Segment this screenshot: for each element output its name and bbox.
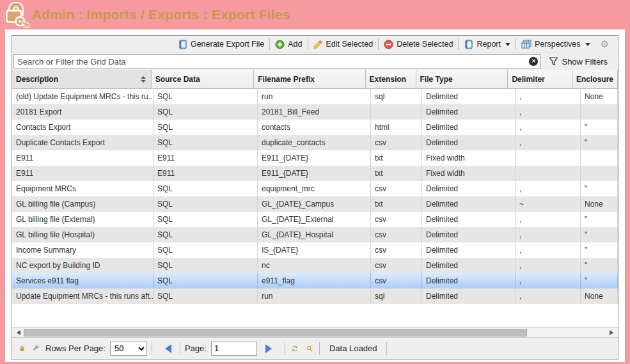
table-cell: " (581, 212, 618, 227)
page-number-input[interactable] (211, 342, 257, 356)
table-row[interactable]: GL billing file (Hospital)SQLGL_{DATE}_H… (12, 227, 618, 242)
table-cell: , (516, 135, 581, 150)
magnifier-icon[interactable] (304, 344, 315, 354)
table-cell (371, 104, 422, 120)
scroll-right-button[interactable] (608, 328, 618, 338)
table-cell: Delimited (422, 258, 516, 273)
table-cell: , (516, 120, 581, 135)
table-row[interactable]: E911E911E911_{DATE}txtFixed width (12, 150, 618, 166)
table-row[interactable]: Income SummarySQLIS_{DATE}csvDelimited," (12, 242, 618, 258)
previous-page-button[interactable] (161, 344, 171, 353)
table-cell: E911_{DATE} (258, 166, 371, 181)
refresh-icon[interactable] (290, 344, 300, 354)
scroll-left-button[interactable] (12, 328, 22, 338)
table-cell: " (581, 242, 618, 258)
column-header-extension[interactable]: Extension (366, 70, 416, 88)
table-cell: Delimited (422, 242, 516, 258)
table-row[interactable]: GL billing file (Campus)SQLGL_{DATE}_Cam… (12, 196, 618, 212)
title-bar: Admin : Imports / Exports : Export Files (0, 0, 630, 29)
table-cell: txt (371, 166, 422, 181)
delete-selected-button[interactable]: Delete Selected (379, 38, 458, 51)
table-cell: Delimited (422, 135, 516, 150)
edit-selected-button[interactable]: Edit Selected (308, 38, 379, 51)
column-header-enclosure[interactable]: Enclosure (572, 70, 618, 88)
table-row[interactable]: NC export by Building IDSQLnccsvDelimite… (12, 258, 618, 273)
table-cell: , (516, 212, 581, 227)
table-cell: SQL (154, 227, 258, 242)
page-title: Admin : Imports / Exports : Export Files (32, 7, 290, 22)
show-filters-button[interactable]: Show Filters (541, 57, 617, 67)
table-cell: run (258, 289, 371, 304)
table-cell: Equipment MRCs (12, 181, 154, 196)
table-cell: Services e911 flag (12, 273, 154, 289)
settings-gear-icon[interactable]: ⚙ (595, 38, 614, 50)
column-header-source-data[interactable]: Source Data (152, 70, 255, 88)
lock-icon[interactable] (17, 344, 27, 353)
table-cell: (old) Update Equipment MRCs - this ru... (12, 89, 154, 104)
column-header-delimiter[interactable]: Delimiter (508, 70, 572, 88)
wrench-icon[interactable] (31, 344, 41, 353)
scrollbar-thumb[interactable] (24, 329, 527, 336)
table-row[interactable]: Contacts ExportSQLcontactshtmlDelimited,… (12, 120, 618, 135)
table-cell: csv (371, 258, 422, 273)
table-cell: Delimited (422, 289, 516, 304)
table-cell: , (516, 242, 581, 258)
table-cell: sql (371, 89, 422, 104)
table-cell (581, 150, 618, 166)
table-cell: None (581, 89, 618, 104)
table-cell: IS_{DATE} (258, 242, 371, 258)
table-cell (581, 104, 618, 120)
table-cell: sql (371, 289, 422, 304)
table-cell: 20181 Export (12, 104, 154, 120)
table-cell: E911 (12, 166, 154, 181)
page-background: Generate Export File Add Edit Selected (5, 29, 625, 362)
table-cell (581, 166, 618, 181)
column-header-description[interactable]: Description (12, 70, 152, 88)
report-label: Report (476, 40, 501, 49)
table-row[interactable]: E911E911E911_{DATE}txtFixed width (12, 166, 618, 181)
table-row[interactable]: 20181 ExportSQL20181_Bill_FeedDelimited, (12, 104, 618, 120)
table-cell: Duplicate Contacts Export (12, 135, 154, 150)
generate-export-file-button[interactable]: Generate Export File (173, 38, 269, 51)
status-text: Data Loaded (324, 344, 382, 353)
table-cell: SQL (154, 273, 258, 289)
report-icon (464, 40, 473, 49)
scrollbar-track[interactable] (22, 328, 608, 338)
toolbar: Generate Export File Add Edit Selected (12, 36, 618, 53)
column-header-label: File Type (420, 75, 453, 84)
column-header-filename-prefix[interactable]: Filename Prefix (254, 70, 365, 88)
filter-funnel-icon (549, 57, 558, 66)
table-row[interactable]: (old) Update Equipment MRCs - this ru...… (12, 89, 618, 104)
table-cell: , (516, 89, 581, 104)
perspectives-button[interactable]: Perspectives (516, 38, 595, 51)
table-cell: " (581, 273, 618, 289)
add-button[interactable]: Add (270, 38, 307, 51)
grid-header: DescriptionSource DataFilename PrefixExt… (12, 70, 618, 89)
table-cell: SQL (154, 104, 258, 120)
table-cell: Update Equipment MRCs - this runs aft... (12, 289, 154, 304)
column-header-file-type[interactable]: File Type (416, 70, 508, 88)
search-row: ✕ Show Filters (12, 53, 618, 70)
table-cell: SQL (154, 242, 258, 258)
table-cell: Delimited (422, 181, 516, 196)
table-row[interactable]: Services e911 flagSQLe911_flagcsvDelimit… (12, 273, 618, 289)
table-cell: Delimited (422, 120, 516, 135)
table-row[interactable]: Equipment MRCsSQLequipment_mrccsvDelimit… (12, 181, 618, 196)
table-cell: , (516, 104, 581, 120)
table-cell: None (581, 289, 618, 304)
table-cell: ~ (516, 196, 581, 212)
statusbar-separator (319, 342, 320, 355)
next-page-button[interactable] (265, 344, 276, 353)
table-cell: " (581, 227, 618, 242)
column-header-label: Description (16, 75, 58, 84)
table-row[interactable]: Duplicate Contacts ExportSQLduplicate_co… (12, 135, 618, 150)
report-button[interactable]: Report (459, 38, 516, 51)
table-cell: txt (371, 196, 422, 212)
search-input[interactable] (13, 54, 541, 68)
grid-panel: Generate Export File Add Edit Selected (12, 35, 618, 360)
rows-per-page-select[interactable]: 50 (110, 342, 147, 356)
statusbar-separator (152, 342, 152, 355)
table-cell: Fixed width (422, 150, 516, 166)
table-row[interactable]: GL billing file (External)SQLGL_{DATE}_E… (12, 212, 618, 227)
table-row[interactable]: Update Equipment MRCs - this runs aft...… (12, 289, 618, 304)
